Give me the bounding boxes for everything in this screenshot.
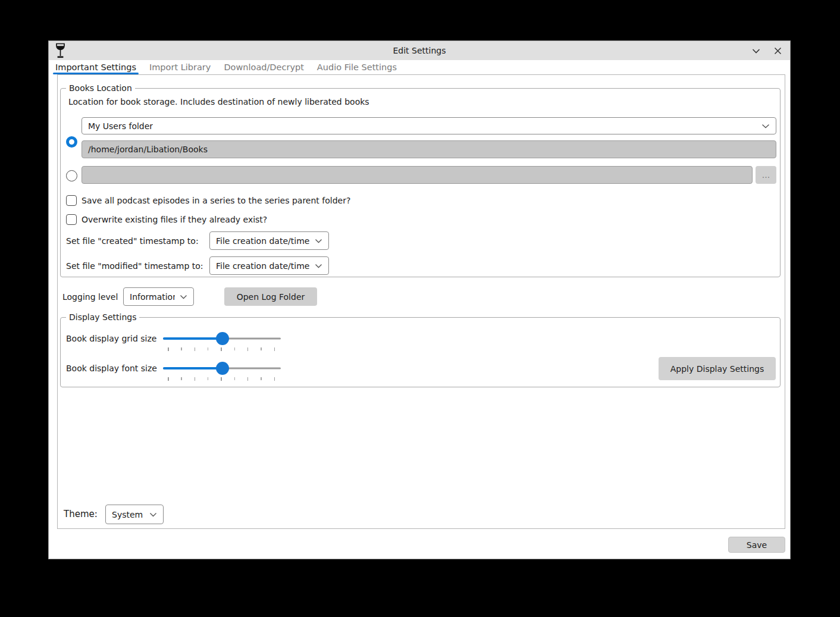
titlebar: Edit Settings [49,41,790,60]
overwrite-files-checkbox[interactable] [66,214,77,225]
chevron-down-icon [752,48,760,54]
chevron-down-icon [145,512,157,517]
library-path-field: /home/jordan/Libation/Books [82,140,776,158]
grid-size-slider[interactable] [163,331,281,346]
logging-level-value: Information [130,292,175,302]
modified-timestamp-value: File creation date/time [216,261,309,271]
minimize-button[interactable] [748,43,764,58]
logging-level-label: Logging level [62,292,118,302]
theme-label: Theme: [64,509,98,519]
created-timestamp-value: File creation date/time [216,236,309,246]
save-podcast-label: Save all podcast episodes in a series to… [82,196,350,205]
chevron-down-icon [310,264,322,268]
edit-settings-window: Edit Settings Important Settings Import … [48,40,791,559]
close-button[interactable] [770,43,785,58]
custom-path-field [82,166,753,184]
books-folder-preset-value: My Users folder [88,121,153,131]
chevron-down-icon [757,124,770,129]
save-podcast-checkbox[interactable] [66,195,77,206]
save-button[interactable]: Save [728,537,785,553]
logging-level-dropdown[interactable]: Information [123,287,194,306]
close-icon [774,47,782,55]
chevron-down-icon [175,295,187,299]
custom-path-radio[interactable] [66,170,77,181]
chevron-down-icon [310,239,322,243]
grid-size-label: Book display grid size [66,334,156,343]
tab-import-library[interactable]: Import Library [148,60,212,74]
books-location-description: Location for book storage. Includes dest… [68,97,369,107]
modified-timestamp-dropdown[interactable]: File creation date/time [209,256,329,275]
tab-download-decrypt[interactable]: Download/Decrypt [222,60,305,74]
window-title: Edit Settings [49,46,790,55]
browse-folder-button[interactable]: ... [756,166,776,184]
settings-tabstrip: Important Settings Import Library Downlo… [49,60,790,74]
font-size-label: Book display font size [66,364,157,373]
important-settings-panel: Books Location Location for book storage… [57,74,785,529]
tab-audio-file-settings[interactable]: Audio File Settings [316,60,398,74]
apply-display-settings-button[interactable]: Apply Display Settings [659,357,776,380]
display-settings-legend: Display Settings [66,312,139,322]
tab-important-settings[interactable]: Important Settings [54,60,137,74]
library-path-value: /home/jordan/Libation/Books [88,145,208,154]
overwrite-files-label: Overwrite existing files if they already… [82,215,267,224]
modified-timestamp-label: Set file "modified" timestamp to: [66,261,203,271]
display-settings-group: Display Settings Book display grid size … [60,317,781,387]
preset-path-radio[interactable] [66,136,77,148]
books-location-group: Books Location Location for book storage… [60,88,781,277]
theme-dropdown[interactable]: System [105,505,164,524]
slider-thumb[interactable] [216,362,229,375]
font-size-slider[interactable] [163,361,281,375]
slider-thumb[interactable] [216,332,229,345]
font-size-ticks [168,377,275,381]
slider-fill [163,337,222,340]
books-location-legend: Books Location [66,83,135,93]
open-log-folder-button[interactable]: Open Log Folder [224,287,317,306]
created-timestamp-dropdown[interactable]: File creation date/time [209,231,329,250]
slider-fill [163,367,222,369]
theme-value: System [112,510,143,519]
books-folder-preset-dropdown[interactable]: My Users folder [82,117,776,134]
created-timestamp-label: Set file "created" timestamp to: [66,236,199,246]
grid-size-ticks [168,347,275,351]
